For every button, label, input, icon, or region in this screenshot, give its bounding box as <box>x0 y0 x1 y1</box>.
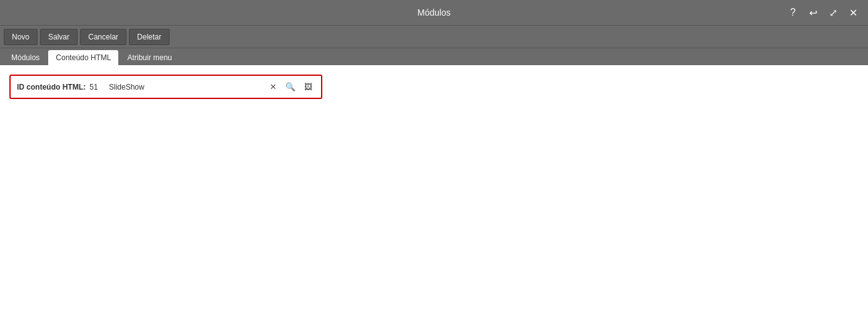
tab-atribuir-menu[interactable]: Atribuir menu <box>120 50 179 65</box>
image-icon: 🖼 <box>304 82 312 91</box>
toolbar: Novo Salvar Cancelar Deletar <box>0 25 868 48</box>
salvar-button[interactable]: Salvar <box>40 29 78 45</box>
clear-icon: ✕ <box>270 82 277 91</box>
deletar-button[interactable]: Deletar <box>129 29 170 45</box>
tab-conteudo-html[interactable]: Conteúdo HTML <box>48 50 118 65</box>
help-icon: ? <box>790 7 796 18</box>
expand-icon: ⤢ <box>829 7 837 19</box>
expand-button[interactable]: ⤢ <box>824 4 842 21</box>
top-bar: Módulos ? ↩ ⤢ ✕ <box>0 0 868 25</box>
main-content: ID conteúdo HTML: 51 SlideShow ✕ 🔍 🖼 <box>0 65 868 329</box>
html-content-label: ID conteúdo HTML: <box>17 83 86 91</box>
image-button[interactable]: 🖼 <box>302 81 315 93</box>
tab-modulos[interactable]: Módulos <box>4 50 47 65</box>
html-content-field-container: ID conteúdo HTML: 51 SlideShow ✕ 🔍 🖼 <box>9 75 322 99</box>
close-icon: ✕ <box>849 7 857 19</box>
search-icon: 🔍 <box>285 82 295 91</box>
novo-button[interactable]: Novo <box>4 29 38 45</box>
window-title: Módulos <box>417 8 451 18</box>
tab-bar: Módulos Conteúdo HTML Atribuir menu <box>0 48 868 65</box>
search-button[interactable]: 🔍 <box>283 81 298 93</box>
undo-icon: ↩ <box>809 7 817 19</box>
top-bar-actions: ? ↩ ⤢ ✕ <box>784 4 862 21</box>
clear-button[interactable]: ✕ <box>267 81 279 93</box>
cancelar-button[interactable]: Cancelar <box>80 29 126 45</box>
html-content-value: SlideShow <box>109 83 263 91</box>
help-button[interactable]: ? <box>784 4 802 21</box>
undo-button[interactable]: ↩ <box>804 4 822 21</box>
html-content-id: 51 <box>89 83 105 91</box>
close-button[interactable]: ✕ <box>844 4 862 21</box>
